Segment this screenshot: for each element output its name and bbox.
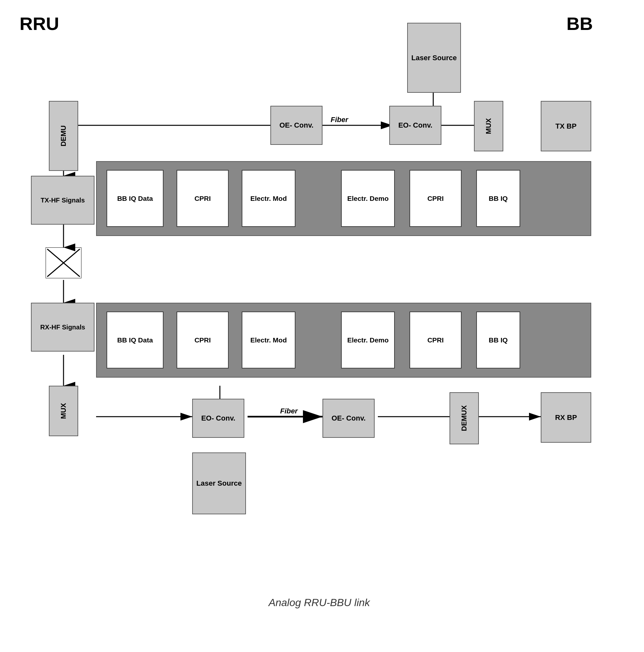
tx-cpri1-label: CPRI xyxy=(195,195,211,202)
rx-bp-block: RX BP xyxy=(541,392,591,443)
fiber-top-label: Fiber xyxy=(331,115,348,124)
rx-cpri1-block: CPRI xyxy=(177,311,229,369)
mux-bottom-label: MUX xyxy=(59,403,68,419)
rx-bb-iq-label: BB IQ xyxy=(489,336,508,344)
mux-top-block: MUX xyxy=(474,101,503,152)
rx-inner-panel: BB IQ Data CPRI Electr. Mod Electr. Demo… xyxy=(96,303,591,378)
eo-conv-bottom-label: EO- Conv. xyxy=(201,414,235,423)
tx-inner-panel: BB IQ Data CPRI Electr. Mod Electr. Demo… xyxy=(96,161,591,236)
mux-top-label: MUX xyxy=(484,118,493,134)
laser-source-bottom-block: Laser Source xyxy=(192,453,246,514)
oe-conv-bottom-block: OE- Conv. xyxy=(323,399,375,438)
rru-label: RRU xyxy=(20,13,59,34)
tx-cpri2-block: CPRI xyxy=(409,170,462,227)
tx-electr-demo-label: Electr. Demo xyxy=(347,195,389,202)
mux-bottom-block: MUX xyxy=(49,386,78,436)
laser-source-bottom-label: Laser Source xyxy=(197,479,242,488)
rx-bb-iq-data-label: BB IQ Data xyxy=(117,336,153,344)
oe-conv-top-label: OE- Conv. xyxy=(280,121,314,130)
tx-cpri2-label: CPRI xyxy=(428,195,444,202)
rx-cpri1-label: CPRI xyxy=(195,336,211,344)
demux-bottom-label: DEMUX xyxy=(460,405,468,431)
eo-conv-top-block: EO- Conv. xyxy=(389,106,441,145)
oe-conv-top-block: OE- Conv. xyxy=(271,106,323,145)
eo-conv-top-label: EO- Conv. xyxy=(398,121,433,130)
bowtie-symbol xyxy=(46,247,81,278)
eo-conv-bottom-block: EO- Conv. xyxy=(192,399,244,438)
rx-hf-signals-label: RX-HF Signals xyxy=(41,324,85,331)
rx-cpri2-label: CPRI xyxy=(428,336,444,344)
rx-cpri2-block: CPRI xyxy=(409,311,462,369)
rx-electr-mod-label: Electr. Mod xyxy=(250,336,287,344)
caption: Analog RRU-BBU link xyxy=(268,597,370,609)
rx-electr-demo-label: Electr. Demo xyxy=(347,336,389,344)
demux-bottom-block: DEMUX xyxy=(449,392,479,444)
laser-source-top-label: Laser Source xyxy=(411,54,457,62)
oe-conv-bottom-label: OE- Conv. xyxy=(332,414,366,423)
tx-bb-iq-data-block: BB IQ Data xyxy=(106,170,163,227)
fiber-bottom-label: Fiber xyxy=(280,407,298,415)
diagram-container: RRU BB xyxy=(13,10,625,628)
tx-bb-iq-data-label: BB IQ Data xyxy=(117,195,153,202)
tx-hf-signals-label: TX-HF Signals xyxy=(41,197,85,204)
tx-electr-mod-label: Electr. Mod xyxy=(250,195,287,202)
tx-bb-iq-block: BB IQ xyxy=(476,170,520,227)
rx-bb-iq-data-block: BB IQ Data xyxy=(106,311,163,369)
bb-label: BB xyxy=(566,13,593,34)
tx-bp-label: TX BP xyxy=(556,122,576,131)
rx-hf-signals-block: RX-HF Signals xyxy=(31,303,95,352)
tx-hf-signals-block: TX-HF Signals xyxy=(31,176,95,225)
rx-electr-demo-block: Electr. Demo xyxy=(341,311,395,369)
laser-source-top-block: Laser Source xyxy=(407,23,461,93)
demu-top-block: DEMU xyxy=(49,101,78,171)
tx-bb-iq-label: BB IQ xyxy=(489,195,508,202)
demu-top-label: DEMU xyxy=(59,125,68,146)
tx-bp-block: TX BP xyxy=(541,101,591,152)
rx-bb-iq-block: BB IQ xyxy=(476,311,520,369)
tx-electr-mod-block: Electr. Mod xyxy=(242,170,295,227)
rx-bp-label: RX BP xyxy=(555,413,577,422)
rx-electr-mod-block: Electr. Mod xyxy=(242,311,295,369)
tx-cpri1-block: CPRI xyxy=(177,170,229,227)
tx-electr-demo-block: Electr. Demo xyxy=(341,170,395,227)
